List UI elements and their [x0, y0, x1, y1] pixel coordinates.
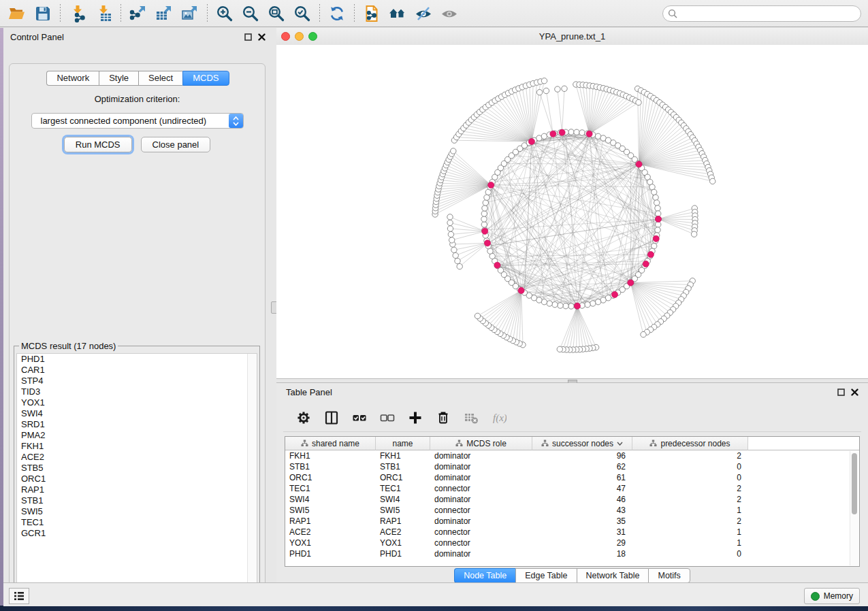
save-session-button[interactable]: [30, 2, 56, 25]
open-folder-icon: [8, 5, 26, 22]
node-layer[interactable]: [432, 78, 716, 353]
import-network-button[interactable]: [65, 2, 91, 25]
column-header-MCDS-role[interactable]: MCDS role: [430, 437, 532, 450]
gear-button[interactable]: [295, 410, 312, 426]
open-folder-button[interactable]: [4, 2, 30, 25]
optimization-criterion-label: Optimization criterion:: [10, 94, 265, 104]
task-history-button[interactable]: [9, 588, 29, 604]
cell-MCDS-role: connector: [430, 538, 532, 548]
network-document-button[interactable]: [359, 2, 385, 25]
mcds-result-item[interactable]: STB5: [17, 463, 257, 474]
mcds-result-item[interactable]: ORC1: [17, 474, 257, 484]
mcds-result-item[interactable]: RAP1: [17, 484, 257, 495]
mcds-result-item[interactable]: YOX1: [17, 397, 257, 408]
tab-motifs[interactable]: Motifs: [648, 568, 690, 583]
criterion-value: largest connected component (undirected): [32, 116, 229, 126]
mcds-result-item[interactable]: GCR1: [17, 528, 257, 539]
table-scrollbar-thumb[interactable]: [852, 453, 857, 514]
table-scrollbar[interactable]: [850, 451, 858, 565]
node-table-body: FKH1FKH1dominator962STB1STB1dominator620…: [285, 450, 859, 559]
tab-network[interactable]: Network: [46, 71, 99, 86]
network-window-titlebar[interactable]: YPA_prune.txt_1: [276, 28, 868, 46]
cell-name: ACE2: [376, 527, 430, 538]
search-input[interactable]: [662, 5, 861, 22]
tab-network-table[interactable]: Network Table: [577, 568, 649, 583]
table-row[interactable]: TEC1TEC1connector472: [285, 483, 859, 494]
memory-button[interactable]: Memory: [804, 588, 860, 604]
column-header-predecessor-nodes[interactable]: predecessor nodes: [632, 437, 748, 450]
cell-MCDS-role: dominator: [430, 516, 532, 527]
memory-status-icon: [811, 592, 820, 601]
tab-node-table[interactable]: Node Table: [454, 568, 515, 583]
mcds-result-item[interactable]: PMA2: [17, 430, 257, 441]
table-row[interactable]: PHD1PHD1dominator180: [285, 548, 859, 559]
mcds-result-groupbox: MCDS result (17 nodes) PHD1CAR1STP4TID3Y…: [14, 346, 260, 598]
close-panel-button[interactable]: Close panel: [141, 137, 211, 152]
main-toolbar: [0, 0, 868, 27]
criterion-dropdown[interactable]: largest connected component (undirected): [31, 113, 244, 129]
column-header-filler: [748, 437, 859, 450]
mcds-result-item[interactable]: SRD1: [17, 419, 257, 430]
import-table-button[interactable]: [91, 2, 116, 25]
mcds-result-item[interactable]: SWI5: [17, 506, 257, 517]
mcds-result-item[interactable]: SWI4: [17, 408, 257, 419]
zoom-fit-button[interactable]: [263, 2, 289, 25]
refresh-button[interactable]: [324, 2, 350, 25]
mcds-result-item[interactable]: ACE2: [17, 452, 257, 463]
close-panel-icon[interactable]: [258, 33, 266, 41]
cell-predecessor-nodes: 2: [632, 516, 748, 527]
float-table-panel-icon[interactable]: [837, 389, 845, 396]
tab-style[interactable]: Style: [99, 71, 138, 86]
table-toolbar: f(x): [283, 403, 861, 432]
table-row[interactable]: FKH1FKH1dominator962: [285, 450, 859, 461]
export-network-button[interactable]: [125, 2, 151, 25]
cell-name: TEC1: [376, 483, 430, 494]
cell-predecessor-nodes: 2: [632, 494, 748, 505]
cytoscape-window: Control Panel Optimization criterion: la…: [0, 0, 868, 611]
zoom-out-button[interactable]: [238, 2, 263, 25]
cell-name: YOX1: [376, 538, 430, 548]
tab-mcds[interactable]: MCDS: [182, 71, 229, 86]
trash-button[interactable]: [435, 410, 451, 426]
zoom-in-button[interactable]: [212, 2, 238, 25]
eye-slash-button[interactable]: [411, 2, 436, 25]
run-mcds-button[interactable]: Run MCDS: [64, 137, 132, 152]
search-icon: [668, 9, 677, 18]
houses-button[interactable]: [385, 2, 411, 25]
table-row[interactable]: SWI4SWI4dominator462: [285, 494, 859, 505]
table-row[interactable]: ACE2ACE2connector311: [285, 527, 859, 538]
unchecked-pair-button[interactable]: [379, 410, 396, 426]
cell-shared-name: ORC1: [285, 472, 376, 483]
mcds-result-item[interactable]: STP4: [17, 376, 257, 386]
split-columns-button[interactable]: [323, 410, 340, 426]
table-row[interactable]: YOX1YOX1connector291: [285, 538, 859, 548]
export-table-button[interactable]: [151, 2, 177, 25]
horizontal-split-divider[interactable]: [276, 378, 868, 383]
column-header-shared-name[interactable]: shared name: [285, 437, 376, 450]
column-header-successor-nodes[interactable]: successor nodes: [532, 437, 632, 450]
export-image-button[interactable]: [177, 2, 203, 25]
plus-button[interactable]: [407, 410, 423, 426]
table-row[interactable]: STB1STB1dominator620: [285, 461, 859, 472]
cell-successor-nodes: 46: [532, 494, 632, 505]
mcds-result-list[interactable]: PHD1CAR1STP4TID3YOX1SWI4SRD1PMA2FKH1ACE2…: [16, 353, 257, 595]
table-row[interactable]: RAP1RAP1dominator352: [285, 516, 859, 527]
mcds-result-item[interactable]: FKH1: [17, 441, 257, 452]
mcds-result-item[interactable]: TEC1: [17, 517, 257, 528]
tab-select[interactable]: Select: [138, 71, 182, 86]
tab-edge-table[interactable]: Edge Table: [515, 568, 576, 583]
mcds-result-item[interactable]: TID3: [17, 386, 257, 397]
checked-pair-button[interactable]: [351, 410, 368, 426]
table-row[interactable]: SWI5SWI5connector431: [285, 505, 859, 516]
network-graph-canvas[interactable]: [276, 45, 868, 378]
close-table-panel-icon[interactable]: [851, 389, 858, 396]
cell-shared-name: RAP1: [285, 516, 376, 527]
mcds-result-item[interactable]: CAR1: [17, 365, 257, 376]
result-list-scrollbar[interactable]: [247, 354, 257, 595]
column-header-name[interactable]: name: [376, 437, 430, 450]
mcds-result-item[interactable]: STB1: [17, 495, 257, 506]
mcds-result-item[interactable]: PHD1: [17, 354, 257, 365]
table-row[interactable]: ORC1ORC1dominator610: [285, 472, 859, 483]
zoom-selected-button[interactable]: [289, 2, 315, 25]
float-panel-icon[interactable]: [244, 33, 252, 41]
